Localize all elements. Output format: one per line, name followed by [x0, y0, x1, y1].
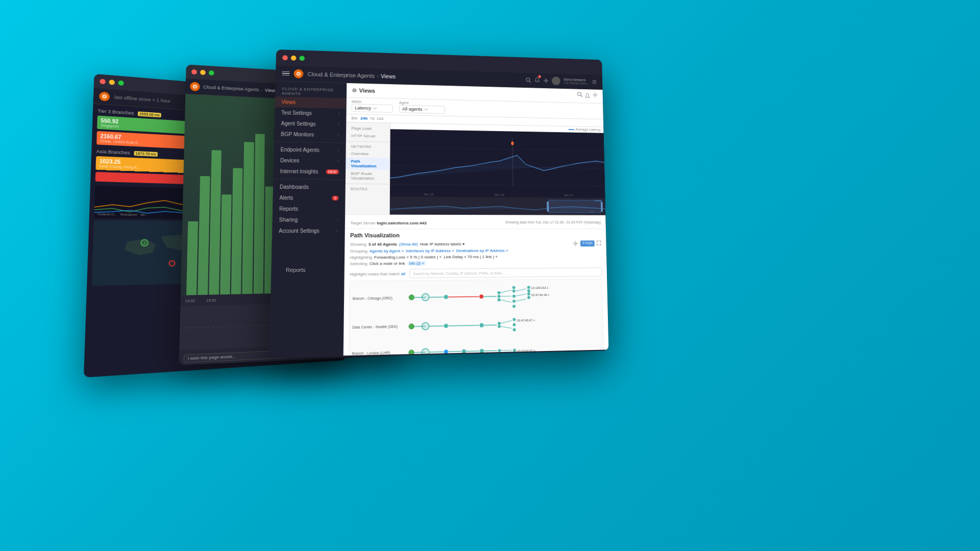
target-server-info: Target Server login.salesforce.com:443 — [350, 217, 426, 227]
eye-logo-mid — [190, 82, 200, 91]
time-btn-14d[interactable]: 14d — [377, 116, 384, 121]
3-hops-btn[interactable]: 3 hops — [580, 240, 595, 246]
path-svg: Branch - Chicago (ORD) Data Center - Sea… — [349, 279, 603, 356]
nav-path-viz[interactable]: Path Visualization — [346, 157, 389, 170]
svg-point-76 — [512, 299, 516, 303]
timeline-navigator: Latest ‹ › — [390, 196, 606, 215]
nav-next[interactable]: › — [592, 209, 594, 214]
views-bell-icon[interactable] — [584, 92, 591, 101]
eye-logo-front — [293, 69, 303, 78]
metric-chevron — [373, 106, 377, 110]
left-nav: Page Load HTTP Server NETWORK Overview P… — [345, 122, 390, 215]
tier3-badge: 2559.06 ms — [138, 111, 162, 117]
sidebar-item-alerts[interactable]: Alerts 9 — [273, 192, 345, 204]
svg-line-72 — [501, 299, 512, 302]
right-controls: 3 hops — [573, 240, 602, 246]
internet-insights-badge: NEW — [326, 169, 338, 174]
agent-dropdown[interactable]: All agents — [399, 105, 445, 114]
test-types-section: Page Load HTTP Server NETWORK Overview P… — [345, 122, 605, 215]
svg-text:Branch - London (LHR): Branch - London (LHR) — [352, 351, 390, 356]
target-server-label: Target Server — [350, 221, 377, 226]
viz-settings-icon[interactable] — [573, 240, 579, 246]
front-body: Cloud & Enterprise Agents Views Test Set… — [270, 81, 609, 357]
metric-dropdown[interactable]: Latency — [352, 104, 393, 112]
bell-icon[interactable]: 9 — [534, 76, 541, 85]
sidebar-item-reports[interactable]: Reports — [273, 203, 345, 214]
svg-line-13 — [529, 81, 531, 83]
test-type-http-server[interactable]: HTTP Server — [346, 132, 390, 140]
link-delay-filter[interactable]: Link Delay > 70 ms ( 1 link ) + — [444, 255, 498, 260]
legend-line — [568, 129, 574, 130]
svg-point-88 — [422, 322, 429, 330]
svg-point-1 — [104, 96, 105, 97]
user-avatar[interactable] — [552, 77, 560, 85]
svg-point-111 — [498, 349, 501, 352]
svg-point-65 — [479, 294, 483, 298]
target-server-value: login.salesforce.com:443 — [377, 221, 426, 226]
front-sidebar: Cloud & Enterprise Agents Views Test Set… — [270, 81, 347, 357]
search-icon[interactable] — [526, 77, 532, 83]
nav-prev[interactable]: ‹ — [590, 209, 591, 214]
sidebar-item-views[interactable]: Views — [275, 96, 346, 109]
hide-ip-labels[interactable]: Hide IP Address labels ▾ — [420, 241, 464, 246]
time-btn-7d[interactable]: 7d — [370, 116, 374, 121]
expand-icon[interactable] — [596, 240, 601, 245]
reports-overlay-label: Reports — [286, 267, 306, 273]
search-nodes-box[interactable]: Search by Network, Country, IP address, … — [409, 267, 602, 278]
settings-icon[interactable] — [543, 78, 549, 84]
sidebar-item-endpoint-agents[interactable]: Endpoint Agents › — [274, 144, 346, 156]
asia-badge: 1873.78 ms — [134, 151, 158, 157]
svg-line-25 — [580, 95, 582, 97]
tl-yellow-mid — [200, 70, 206, 75]
nav-overview[interactable]: Overview — [346, 149, 389, 158]
svg-line-79 — [516, 294, 526, 296]
hamburger-icon[interactable] — [282, 71, 290, 76]
grouping-row: Grouping Agents by Agent × Interfaces by… — [350, 248, 602, 254]
svg-point-109 — [480, 349, 484, 353]
latency-chart-area: Average Latency — [390, 123, 606, 215]
svg-text:Data Center - Seattle (SEA): Data Center - Seattle (SEA) — [352, 324, 398, 330]
traffic-light-yellow — [109, 80, 115, 85]
views-settings-icon[interactable] — [592, 92, 598, 98]
path-viz-controls: Showing 3 of 43 Agents (Show All) Hide I… — [350, 240, 602, 266]
svg-point-11 — [298, 73, 299, 74]
svg-point-68 — [498, 295, 501, 298]
latest-link[interactable]: Latest — [594, 199, 602, 202]
svg-point-92 — [480, 323, 484, 327]
forwarding-loss-filter[interactable]: Forwarding Loss > 5 % ( 0 nodes ) + — [374, 255, 442, 260]
sidebar-item-bgp-monitors[interactable]: BGP Monitors › — [274, 129, 346, 140]
target-server-row: Target Server login.salesforce.com:443 S… — [345, 214, 606, 229]
interfaces-by-ip[interactable]: Interfaces by IP Address × — [406, 248, 454, 253]
sidebar-item-sharing[interactable]: Sharing › — [273, 214, 345, 226]
sidebar-divider-2 — [274, 179, 345, 180]
selecting-row: Selecting Click a node or link Info (2) … — [350, 260, 602, 266]
sidebar-item-test-settings[interactable]: Test Settings › — [275, 107, 346, 119]
sidebar-item-agent-settings[interactable]: Agent Settings › — [275, 118, 346, 130]
time-btn-24h[interactable]: 24h — [360, 116, 368, 120]
traffic-light-red — [100, 79, 106, 84]
sidebar-item-account-settings[interactable]: Account Settings › — [272, 226, 345, 237]
svg-line-108 — [466, 351, 479, 352]
show-all-link[interactable]: (Show All) — [399, 242, 418, 246]
bia-label: BIA — [352, 116, 358, 120]
svg-line-96 — [501, 320, 512, 323]
agents-by-agent[interactable]: Agents by Agent × — [370, 248, 404, 253]
svg-rect-38 — [547, 202, 549, 212]
views-title: Views — [359, 87, 375, 94]
sidebar-item-dashboards[interactable]: Dashboards — [273, 181, 345, 192]
views-header-icons — [577, 91, 598, 101]
svg-line-33 — [390, 184, 605, 186]
sidebar-item-internet-insights[interactable]: Internet Insights NEW — [274, 166, 346, 178]
legend: Average Latency — [568, 128, 601, 132]
svg-point-107 — [462, 349, 466, 354]
test-type-page-load[interactable]: Page Load — [346, 124, 390, 133]
info-badge[interactable]: Info (2) × — [407, 261, 426, 266]
nav-bgp-route[interactable]: BGP Route Visualization — [346, 170, 389, 183]
more-icon[interactable] — [592, 80, 597, 85]
views-search-icon[interactable] — [577, 91, 582, 97]
views-eye-icon — [352, 88, 357, 93]
header-right: 9 Sierra Network US Global Serv... — [526, 76, 597, 86]
sidebar-item-devices[interactable]: Devices › — [274, 155, 345, 167]
svg-line-110 — [484, 350, 497, 351]
destinations-by-ip[interactable]: Destinations by IP Address × — [456, 248, 508, 253]
